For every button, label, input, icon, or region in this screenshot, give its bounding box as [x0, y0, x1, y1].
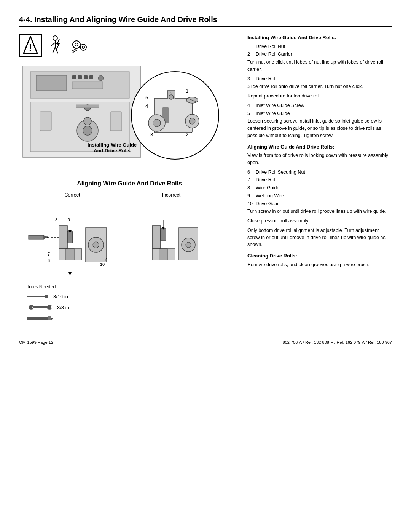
footer: OM-1599 Page 12 802 706-A / Ref. 132 808…	[19, 337, 392, 345]
svg-point-65	[93, 242, 99, 248]
item-6-num: 6	[247, 169, 253, 176]
section2-title: Aligning Wire Guide And Drive Rolls:	[247, 143, 392, 151]
svg-rect-55	[59, 226, 67, 249]
item-2: 2 Drive Roll Carrier	[247, 51, 392, 58]
item-9-num: 9	[247, 192, 253, 200]
svg-point-44	[189, 118, 195, 124]
svg-rect-72	[152, 226, 161, 249]
incorrect-diagram: Incorrect	[141, 192, 202, 276]
svg-rect-19	[84, 75, 88, 79]
svg-rect-81	[27, 296, 45, 297]
tool-2-label: 3/8 in	[57, 305, 69, 310]
svg-rect-28	[76, 105, 99, 108]
right-column: Installing Wire Guide And Drive Rolls: 1…	[247, 34, 392, 325]
svg-point-42	[153, 119, 161, 127]
item-2-num: 2	[247, 51, 253, 58]
para-7: Close pressure roll assembly.	[247, 217, 392, 225]
item-4-label: Inlet Wire Guide Screw	[256, 102, 304, 109]
svg-point-10	[80, 44, 86, 50]
circle-callout-svg: 5 4 3 1 2	[129, 70, 221, 161]
svg-rect-84	[27, 317, 48, 320]
item-10: 10 Drive Gear	[247, 200, 392, 208]
svg-text:3: 3	[150, 132, 153, 137]
svg-rect-52	[29, 235, 44, 239]
svg-point-26	[84, 117, 91, 125]
svg-rect-17	[72, 75, 76, 79]
tool-row-3	[27, 315, 240, 322]
section-divider	[19, 176, 240, 176]
diagram-label: Installing Wire Guide And Drive Rolls	[88, 142, 137, 153]
svg-line-4	[51, 43, 55, 46]
svg-marker-71	[68, 272, 72, 275]
svg-text:2: 2	[186, 132, 188, 137]
para-8: Only bottom drive roll alignment is adju…	[247, 227, 392, 248]
warning-icons-row: !	[19, 34, 240, 57]
svg-text:10: 10	[100, 262, 105, 267]
correct-label: Correct	[27, 192, 118, 198]
tool-row-1: 3/16 in	[27, 292, 240, 300]
svg-point-21	[98, 75, 104, 81]
item-5-label: Inlet Wire Guide	[256, 110, 290, 117]
item-1-num: 1	[247, 43, 253, 50]
para-5: View is from top of drive rolls looking …	[247, 152, 392, 166]
svg-text:9: 9	[68, 217, 70, 222]
svg-rect-57	[67, 232, 73, 243]
svg-line-7	[55, 47, 58, 53]
svg-rect-62	[66, 249, 74, 260]
item-9: 9 Welding Wire	[247, 192, 392, 200]
item-5: 5 Inlet Wire Guide	[247, 110, 392, 117]
svg-rect-83	[33, 306, 47, 308]
item-4: 4 Inlet Wire Guide Screw	[247, 102, 392, 109]
incorrect-label: Incorrect	[141, 192, 202, 198]
left-column: !	[19, 34, 240, 325]
para-6: Turn screw in or out until drive roll gr…	[247, 208, 392, 215]
item-6-label: Drive Roll Securing Nut	[256, 169, 305, 176]
svg-text:4: 4	[145, 103, 148, 109]
item-5-num: 5	[247, 110, 253, 117]
item-4-num: 4	[247, 102, 253, 109]
para-2: Slide drive roll onto drive roll carrier…	[247, 83, 392, 90]
svg-point-9	[75, 43, 78, 46]
svg-rect-18	[78, 75, 82, 79]
svg-text:5: 5	[145, 95, 148, 101]
svg-point-25	[83, 126, 92, 135]
wrench-3-16-icon	[27, 292, 49, 300]
svg-text:!: !	[29, 42, 32, 53]
svg-rect-20	[89, 75, 93, 79]
para-3: Repeat procedure for top drive roll.	[247, 93, 392, 100]
section1-title: Installing Wire Guide And Drive Rolls:	[247, 34, 392, 42]
svg-point-8	[73, 41, 80, 48]
svg-text:6: 6	[48, 258, 50, 263]
page-title: 4-4. Installing And Aligning Wire Guide …	[19, 15, 392, 27]
item-10-num: 10	[247, 200, 253, 208]
item-10-label: Drive Gear	[256, 200, 279, 208]
svg-rect-85	[48, 316, 51, 320]
svg-rect-16	[36, 75, 67, 91]
item-8: 8 Wire Guide	[247, 184, 392, 192]
top-diagram-container: 5 4 3 1 2	[19, 62, 232, 173]
item-6: 6 Drive Roll Securing Nut	[247, 169, 392, 176]
correct-diagram: Correct 8 9	[27, 192, 118, 276]
svg-text:8: 8	[55, 217, 57, 222]
svg-point-37	[169, 95, 174, 99]
svg-marker-53	[44, 235, 48, 239]
correct-alignment-svg: 8 9 6	[27, 199, 118, 275]
section3-title: Cleaning Drive Rolls:	[247, 252, 392, 260]
item-8-label: Wire Guide	[256, 184, 280, 192]
item-7-num: 7	[247, 176, 253, 184]
screwdriver-icon	[27, 315, 53, 322]
tool-1-label: 3/16 in	[53, 294, 68, 299]
incorrect-alignment-svg	[141, 199, 202, 275]
footer-left: OM-1599 Page 12	[19, 340, 53, 345]
item-7-label: Drive Roll	[256, 176, 276, 184]
tool-row-2: 3/8 in	[27, 303, 240, 312]
warning-exclamation-box: !	[19, 34, 42, 57]
item-3-label: Drive Roll	[256, 75, 276, 83]
item-3: 3 Drive Roll	[247, 75, 392, 83]
svg-text:7: 7	[48, 252, 50, 256]
svg-marker-86	[51, 318, 53, 320]
item-2-label: Drive Roll Carrier	[256, 51, 292, 58]
warning-hand-icon	[69, 35, 90, 56]
tools-section: Tools Needed: 3/16 in 3/8 in	[19, 284, 240, 322]
para-9: Remove drive rolls, and clean grooves us…	[247, 261, 392, 268]
